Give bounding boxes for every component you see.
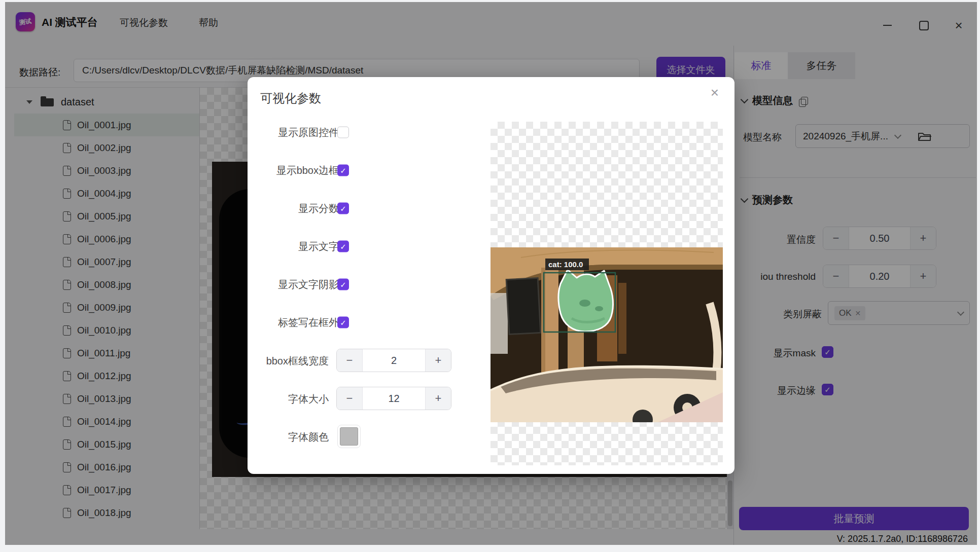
show-score-checkbox[interactable]: ✓ (337, 202, 349, 214)
toggle-row-label-outside: 标签写在框外 ✓ (248, 303, 359, 341)
font-color-swatch (340, 427, 358, 446)
preview-area: cat: 100.0 (491, 122, 723, 465)
font-color-picker[interactable] (337, 425, 361, 448)
toggle-label: 显示bbox边框 (276, 163, 339, 177)
font-color-label: 字体颜色 (288, 430, 329, 444)
show-original-checkbox[interactable]: ✓ (337, 126, 349, 138)
bbox-width-increase-button[interactable]: + (426, 349, 451, 372)
font-size-decrease-button[interactable]: − (337, 387, 362, 410)
toggle-row-show-original: 显示原图控件 ✓ (248, 113, 359, 151)
bbox-line-width-label: bbox框线宽度 (266, 354, 329, 368)
toggle-label: 显示原图控件 (278, 125, 339, 139)
show-bbox-checkbox[interactable]: ✓ (337, 164, 349, 176)
toggle-row-show-text: 显示文字 ✓ (248, 227, 359, 265)
font-size-label: 字体大小 (288, 392, 329, 406)
preview-image: cat: 100.0 (491, 247, 723, 422)
dialog-title: 可视化参数 (260, 90, 321, 106)
font-size-stepper: − 12 + (336, 387, 451, 410)
font-size-increase-button[interactable]: + (426, 387, 451, 410)
bbox-width-value[interactable]: 2 (362, 349, 426, 372)
close-icon: × (711, 85, 719, 101)
toggle-label: 显示文字 (298, 239, 339, 253)
toggle-label: 显示文字阴影 (278, 277, 339, 291)
toggle-row-show-bbox: 显示bbox边框 ✓ (248, 151, 359, 189)
visualization-params-dialog: 可视化参数 × 显示原图控件 ✓ 显示bbox边框 ✓ 显示分数 ✓ 显示文字 … (248, 77, 734, 474)
font-size-value[interactable]: 12 (362, 387, 426, 410)
toggle-row-show-score: 显示分数 ✓ (248, 189, 359, 227)
dialog-close-button[interactable]: × (706, 84, 723, 101)
toggle-row-show-text-shadow: 显示文字阴影 ✓ (248, 265, 359, 303)
app-window: 测试 AI 测试平台 可视化参数 帮助 × 数据路径: C:/Users/dlc… (0, 0, 980, 552)
toggle-label: 显示分数 (298, 201, 339, 215)
show-text-shadow-checkbox[interactable]: ✓ (337, 278, 349, 290)
label-outside-checkbox[interactable]: ✓ (337, 316, 349, 328)
detection-label: cat: 100.0 (548, 260, 583, 269)
bbox-width-decrease-button[interactable]: − (337, 349, 362, 372)
bbox-line-width-stepper: − 2 + (336, 349, 451, 372)
show-text-checkbox[interactable]: ✓ (337, 240, 349, 252)
toggle-label: 标签写在框外 (278, 315, 339, 329)
